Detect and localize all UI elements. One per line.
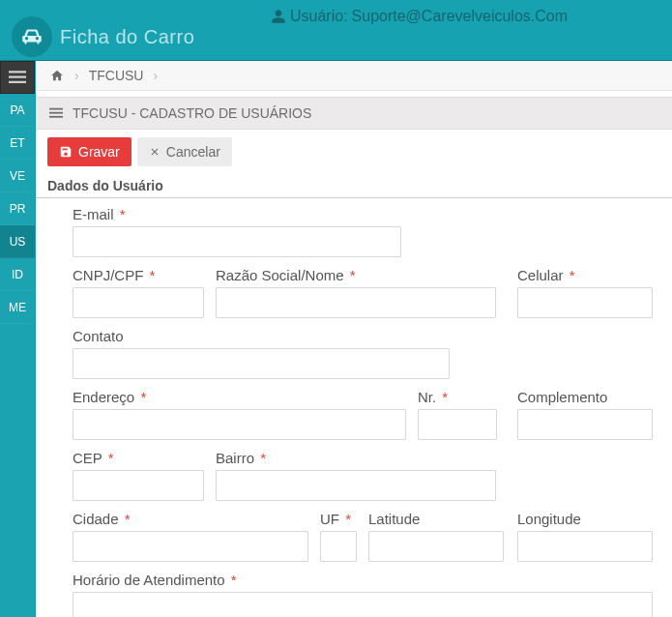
sidebar-item-id[interactable]: ID (0, 258, 35, 291)
label-latitude: Latitude (368, 511, 504, 527)
home-icon[interactable] (49, 69, 65, 82)
section-title: Dados do Usuário (36, 174, 672, 198)
razao-input[interactable] (216, 287, 496, 318)
label-bairro: Bairro * (216, 450, 496, 466)
sidebar-item-pa[interactable]: PA (0, 94, 35, 127)
latitude-input[interactable] (368, 531, 504, 562)
label-nr: Nr. * (418, 389, 497, 405)
contato-input[interactable] (73, 348, 450, 379)
top-bar: Usuário: Suporte@Carevelveiculos.Com Fic… (0, 0, 672, 61)
panel-title: TFCUSU - CADASTRO DE USUÁRIOS (73, 105, 311, 121)
close-icon (149, 146, 161, 158)
label-longitude: Longitude (517, 511, 653, 527)
cep-input[interactable] (73, 470, 204, 501)
sidebar-item-ve[interactable]: VE (0, 160, 35, 192)
breadcrumb-sep-2: › (153, 68, 158, 83)
breadcrumb-item[interactable]: TFCUSU (89, 68, 144, 83)
user-prefix: Usuário: (290, 8, 348, 25)
label-endereco: Endereço * (73, 389, 406, 405)
label-celular: Celular * (517, 267, 653, 283)
svg-rect-0 (9, 71, 26, 73)
user-info: Usuário: Suporte@Carevelveiculos.Com (271, 8, 568, 25)
menu-icon (9, 71, 26, 84)
endereco-input[interactable] (73, 409, 406, 440)
label-uf: UF * (320, 511, 357, 527)
sidebar-item-et[interactable]: ET (0, 127, 35, 160)
uf-input[interactable] (320, 531, 357, 562)
complemento-input[interactable] (517, 409, 653, 440)
email-input[interactable] (73, 226, 401, 257)
sidebar-item-me[interactable]: ME (0, 291, 35, 324)
sidebar-item-us[interactable]: US (0, 225, 35, 258)
cancel-label: Cancelar (166, 144, 220, 160)
label-email: E-mail * (73, 206, 401, 222)
breadcrumb-sep-1: › (74, 68, 79, 83)
save-button[interactable]: Gravar (47, 137, 131, 166)
cancel-button[interactable]: Cancelar (137, 137, 232, 166)
svg-rect-3 (49, 108, 63, 110)
label-cidade: Cidade * (73, 511, 308, 527)
save-label: Gravar (78, 144, 120, 160)
label-complemento: Complemento (517, 389, 653, 405)
logo-wrap: Ficha do Carro (12, 16, 194, 57)
logo-circle (12, 16, 52, 57)
label-razao: Razão Social/Nome * (216, 267, 496, 283)
label-contato: Contato (73, 328, 450, 344)
svg-rect-4 (49, 112, 63, 114)
toolbar: Gravar Cancelar (36, 130, 672, 174)
celular-input[interactable] (517, 287, 653, 318)
longitude-input[interactable] (517, 531, 653, 562)
app-title: Ficha do Carro (60, 26, 194, 48)
svg-rect-1 (9, 76, 26, 78)
list-icon (49, 107, 63, 119)
svg-rect-2 (9, 81, 26, 83)
user-email: Suporte@Carevelveiculos.Com (352, 8, 568, 25)
main: › TFCUSU › TFCUSU - CADASTRO DE USUÁRIOS… (36, 61, 672, 617)
panel-header: TFCUSU - CADASTRO DE USUÁRIOS (36, 97, 672, 130)
nr-input[interactable] (418, 409, 497, 440)
bairro-input[interactable] (216, 470, 496, 501)
svg-rect-5 (49, 116, 63, 118)
form: E-mail * CNPJ/CPF * Razão Social/Nome * … (36, 206, 672, 617)
car-icon (19, 24, 44, 49)
save-icon (59, 145, 73, 159)
label-cnpj: CNPJ/CPF * (73, 267, 204, 283)
cidade-input[interactable] (73, 531, 308, 562)
cnpj-input[interactable] (73, 287, 204, 318)
sidebar: PA ET VE PR US ID ME (0, 61, 36, 617)
label-horario: Horário de Atendimento * (73, 572, 653, 588)
breadcrumb: › TFCUSU › (36, 61, 672, 91)
user-icon (271, 9, 286, 24)
label-cep: CEP * (73, 450, 204, 466)
sidebar-item-pr[interactable]: PR (0, 192, 35, 225)
menu-toggle-button[interactable] (0, 61, 35, 94)
horario-input[interactable] (73, 592, 653, 617)
